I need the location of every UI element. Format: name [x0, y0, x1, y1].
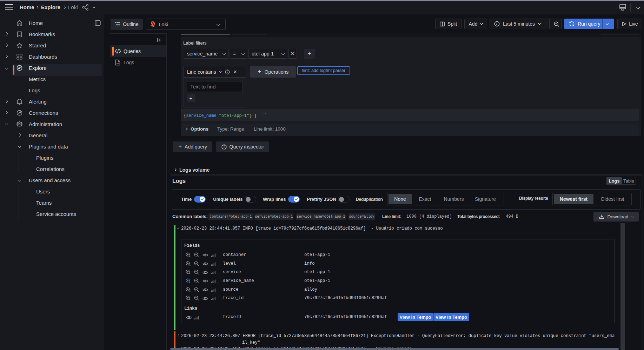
svg-text:LOG: LOG	[116, 62, 120, 65]
